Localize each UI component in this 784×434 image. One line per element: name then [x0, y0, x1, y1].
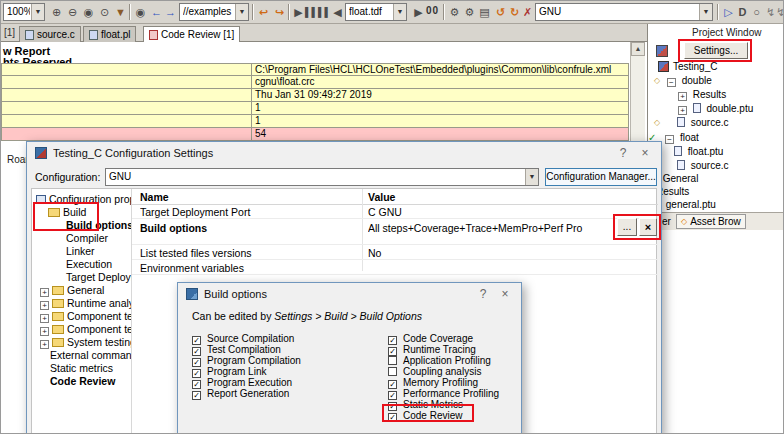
tree-item-runtime-analysis[interactable]: +Runtime analysis [40, 297, 132, 310]
report-cell-label [2, 64, 252, 75]
dialog-titlebar[interactable]: Build options ? × [178, 283, 521, 304]
zoom-selection-icon[interactable]: ⊙ [97, 4, 112, 20]
configuration-manager-button[interactable]: Configuration Manager... [545, 168, 657, 186]
settings-gear-icon[interactable]: ⚙ [447, 4, 462, 20]
chevron-down-icon[interactable]: ▼ [235, 4, 248, 20]
tdf-select[interactable]: float.tdf ▼ [345, 3, 407, 21]
option-program-link[interactable]: ✓Program Link [192, 366, 266, 377]
expand-icon[interactable]: + [678, 92, 687, 101]
dialog-titlebar[interactable]: Testing_C Configuration Settings ? × [27, 142, 661, 163]
undo-icon[interactable]: ↩ [256, 4, 271, 20]
tab-float-pl[interactable]: float.pl [83, 26, 136, 42]
execute-icon[interactable]: ▶ [411, 4, 426, 20]
refresh-ccw-icon[interactable]: ↺ [493, 4, 508, 20]
chevron-down-icon[interactable]: ▼ [31, 4, 44, 20]
checkbox[interactable]: ✓ [192, 391, 201, 400]
filter-icon[interactable]: ▼ [113, 4, 128, 20]
tree-item-results[interactable]: + Results [678, 88, 726, 101]
chevron-down-icon[interactable]: ▼ [699, 4, 712, 20]
tree-item-system-testing[interactable]: +System testing [40, 336, 132, 349]
tree-item-build[interactable]: Build [48, 206, 86, 219]
help-button[interactable]: ? [475, 287, 491, 301]
examples-select[interactable]: //examples ▼ [179, 3, 249, 21]
tree-item-testing-c[interactable]: Testing_C [658, 60, 717, 73]
tree-item-component-testing-c[interactable]: +Component testing for C [40, 310, 132, 323]
expand-icon[interactable]: + [40, 288, 49, 297]
tree-item-compiler[interactable]: Compiler [66, 232, 108, 245]
option-memory-profiling[interactable]: ✓Memory Profiling [388, 377, 478, 388]
tree-label: source.c [691, 160, 729, 171]
configuration-select[interactable]: GNU ▼ [535, 3, 713, 21]
option-report-generation[interactable]: ✓Report Generation [192, 388, 289, 399]
option-application-profiling[interactable]: Application Profiling [388, 355, 491, 366]
checkbox[interactable]: ✓ [388, 413, 397, 422]
expand-icon[interactable]: + [40, 314, 49, 323]
expand-icon[interactable]: + [40, 301, 49, 310]
tree-item-target-deployment-port[interactable]: Target Deployment Po [66, 271, 132, 284]
chevron-down-icon[interactable]: ▼ [525, 169, 538, 185]
zoom-out-icon[interactable]: ⊖ [65, 4, 80, 20]
tab-code-review[interactable]: Code Review [1] [143, 26, 240, 43]
tree-item-external-command[interactable]: External command [50, 349, 132, 362]
build-settings-icon[interactable]: ⚙ [462, 4, 477, 20]
scroll-up-icon[interactable]: ▲ [631, 42, 645, 56]
checkbox[interactable] [388, 356, 397, 365]
tree-item-component-testing-cpp[interactable]: +Component testing for C [40, 323, 132, 336]
help-button[interactable]: ? [615, 146, 631, 160]
tab-source-c[interactable]: source.c [19, 26, 81, 42]
tree-item-source-c-2[interactable]: ◇ source.c [654, 159, 729, 172]
tree-label: Build [63, 206, 86, 218]
collapse-icon[interactable]: − [665, 135, 674, 144]
dialog-configuration-select[interactable]: GNU ▼ [105, 168, 539, 186]
tree-item-double[interactable]: ◇ − double [654, 74, 712, 87]
tree-item-build-options[interactable]: Build options [66, 219, 132, 232]
option-runtime-tracing[interactable]: ✓Runtime Tracing [388, 344, 476, 355]
step-back-icon[interactable]: ◀ [330, 4, 345, 20]
checkbox[interactable] [388, 367, 397, 376]
option-performance-profiling[interactable]: ✓Performance Profiling [388, 388, 499, 399]
tree-item-linker[interactable]: Linker [66, 245, 95, 258]
tree-item-double-ptu[interactable]: + double.ptu [678, 102, 753, 115]
settings-button[interactable]: Settings... [684, 42, 748, 59]
tree-item-float-ptu[interactable]: float.ptu [674, 145, 723, 158]
tree-item-execution[interactable]: Execution [66, 258, 112, 271]
tree-item-configuration-properties[interactable]: Configuration properties [36, 193, 132, 206]
option-source-compilation[interactable]: ✓Source Compilation [192, 333, 294, 344]
close-icon[interactable]: × [637, 146, 653, 160]
navigate-back-icon[interactable]: ← [149, 4, 164, 20]
redo-icon[interactable]: ↪ [272, 4, 287, 20]
chevron-down-icon[interactable]: ▼ [393, 4, 406, 20]
report-grid-icon[interactable]: ▤ [477, 4, 492, 20]
expand-icon[interactable]: + [678, 106, 687, 115]
expand-icon[interactable]: + [40, 327, 49, 336]
play-outline-icon[interactable]: ▷ [721, 4, 736, 20]
tree-item-code-review[interactable]: Code Review [50, 375, 115, 388]
option-coupling-analysis[interactable]: Coupling analysis [388, 366, 481, 377]
option-code-coverage[interactable]: ✓Code Coverage [388, 333, 473, 344]
expand-icon[interactable]: + [40, 340, 49, 349]
zoom-select[interactable]: 100% ▼ [3, 3, 45, 21]
collapse-icon[interactable]: − [667, 78, 676, 87]
tab-asset-browser[interactable]: ◇ Asset Brow [676, 214, 746, 229]
tree-item-source-c[interactable]: ◇ source.c [654, 116, 729, 129]
browse-button[interactable]: ... [617, 218, 637, 236]
tree-item-static-metrics[interactable]: Static metrics [50, 362, 113, 375]
option-code-review[interactable]: ✓Code Review [388, 410, 462, 421]
tree-item-general[interactable]: +General [40, 284, 104, 297]
navigate-forward-icon[interactable]: → [163, 4, 178, 20]
option-label: Program Link [207, 366, 266, 377]
pause-icon[interactable]: 00 [426, 5, 439, 16]
option-test-compilation[interactable]: ✓Test Compilation [192, 344, 281, 355]
watch-icon[interactable]: ◉ [133, 4, 148, 20]
option-static-metrics[interactable]: ✓Static Metrics [388, 399, 463, 410]
option-program-compilation[interactable]: ✓Program Compilation [192, 355, 301, 366]
clear-value-button[interactable]: × [639, 218, 657, 236]
zoom-fit-icon[interactable]: ◉ [81, 4, 96, 20]
bolt-icon[interactable]: ↯ [773, 4, 784, 20]
debug-icon[interactable]: D [735, 4, 750, 20]
close-icon[interactable]: × [497, 287, 513, 301]
option-program-execution[interactable]: ✓Program Execution [192, 377, 292, 388]
clear-icon[interactable]: ✗ [520, 4, 535, 20]
record-icon[interactable]: ○ [749, 4, 764, 20]
zoom-in-icon[interactable]: ⊕ [49, 4, 64, 20]
